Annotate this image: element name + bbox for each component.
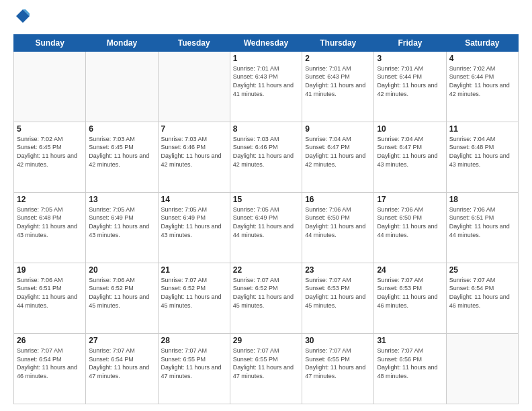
day-number: 15: [233, 195, 299, 204]
day-info: Sunrise: 7:06 AM Sunset: 6:50 PM Dayligh…: [377, 205, 443, 239]
day-cell: [446, 333, 518, 404]
day-info: Sunrise: 7:04 AM Sunset: 6:48 PM Dayligh…: [449, 135, 515, 169]
day-cell: 26Sunrise: 7:07 AM Sunset: 6:54 PM Dayli…: [14, 333, 86, 404]
day-info: Sunrise: 7:04 AM Sunset: 6:47 PM Dayligh…: [377, 135, 443, 169]
header: [13, 11, 519, 28]
day-cell: 15Sunrise: 7:05 AM Sunset: 6:49 PM Dayli…: [230, 192, 302, 263]
day-cell: 12Sunrise: 7:05 AM Sunset: 6:48 PM Dayli…: [14, 192, 86, 263]
day-info: Sunrise: 7:02 AM Sunset: 6:45 PM Dayligh…: [17, 135, 83, 169]
day-info: Sunrise: 7:07 AM Sunset: 6:54 PM Dayligh…: [89, 347, 154, 380]
weekday-header-monday: Monday: [86, 34, 158, 51]
logo: [13, 11, 31, 28]
day-cell: 1Sunrise: 7:01 AM Sunset: 6:43 PM Daylig…: [230, 51, 302, 122]
day-info: Sunrise: 7:03 AM Sunset: 6:45 PM Dayligh…: [89, 135, 154, 169]
day-number: 21: [161, 265, 227, 275]
day-cell: 4Sunrise: 7:02 AM Sunset: 6:44 PM Daylig…: [446, 51, 518, 122]
day-cell: 3Sunrise: 7:01 AM Sunset: 6:44 PM Daylig…: [374, 51, 446, 122]
day-number: 17: [377, 195, 443, 204]
weekday-header-thursday: Thursday: [302, 34, 374, 51]
week-row-4: 19Sunrise: 7:06 AM Sunset: 6:51 PM Dayli…: [14, 263, 519, 333]
weekday-header-wednesday: Wednesday: [230, 34, 302, 51]
day-cell: 17Sunrise: 7:06 AM Sunset: 6:50 PM Dayli…: [374, 192, 446, 263]
day-number: 14: [161, 195, 227, 204]
day-cell: 10Sunrise: 7:04 AM Sunset: 6:47 PM Dayli…: [374, 122, 446, 192]
day-info: Sunrise: 7:07 AM Sunset: 6:55 PM Dayligh…: [161, 347, 227, 380]
day-cell: 25Sunrise: 7:07 AM Sunset: 6:54 PM Dayli…: [446, 263, 518, 333]
day-cell: 29Sunrise: 7:07 AM Sunset: 6:55 PM Dayli…: [230, 333, 302, 404]
day-cell: 7Sunrise: 7:03 AM Sunset: 6:46 PM Daylig…: [158, 122, 230, 192]
week-row-2: 5Sunrise: 7:02 AM Sunset: 6:45 PM Daylig…: [14, 122, 519, 192]
day-number: 4: [449, 54, 515, 63]
day-number: 26: [17, 336, 83, 345]
day-cell: [158, 51, 230, 122]
day-cell: 5Sunrise: 7:02 AM Sunset: 6:45 PM Daylig…: [14, 122, 86, 192]
week-row-5: 26Sunrise: 7:07 AM Sunset: 6:54 PM Dayli…: [14, 333, 519, 404]
day-cell: 20Sunrise: 7:06 AM Sunset: 6:52 PM Dayli…: [86, 263, 158, 333]
day-info: Sunrise: 7:01 AM Sunset: 6:44 PM Dayligh…: [377, 64, 443, 98]
day-cell: 24Sunrise: 7:07 AM Sunset: 6:53 PM Dayli…: [374, 263, 446, 333]
day-number: 31: [377, 336, 443, 345]
day-info: Sunrise: 7:07 AM Sunset: 6:55 PM Dayligh…: [233, 347, 299, 380]
day-number: 24: [377, 265, 443, 275]
day-cell: 31Sunrise: 7:07 AM Sunset: 6:56 PM Dayli…: [374, 333, 446, 404]
week-row-3: 12Sunrise: 7:05 AM Sunset: 6:48 PM Dayli…: [14, 192, 519, 263]
day-info: Sunrise: 7:06 AM Sunset: 6:51 PM Dayligh…: [17, 276, 83, 310]
day-info: Sunrise: 7:03 AM Sunset: 6:46 PM Dayligh…: [161, 135, 227, 169]
day-number: 29: [233, 336, 299, 345]
day-number: 20: [89, 265, 154, 275]
day-number: 11: [449, 124, 515, 134]
day-info: Sunrise: 7:07 AM Sunset: 6:55 PM Dayligh…: [305, 347, 371, 380]
day-info: Sunrise: 7:06 AM Sunset: 6:50 PM Dayligh…: [305, 205, 371, 239]
day-cell: 21Sunrise: 7:07 AM Sunset: 6:52 PM Dayli…: [158, 263, 230, 333]
day-number: 25: [449, 265, 515, 275]
day-cell: 2Sunrise: 7:01 AM Sunset: 6:43 PM Daylig…: [302, 51, 374, 122]
logo-icon: [15, 8, 31, 24]
day-info: Sunrise: 7:05 AM Sunset: 6:49 PM Dayligh…: [233, 205, 299, 239]
day-info: Sunrise: 7:07 AM Sunset: 6:52 PM Dayligh…: [161, 276, 227, 310]
day-info: Sunrise: 7:06 AM Sunset: 6:51 PM Dayligh…: [449, 205, 515, 239]
day-number: 5: [17, 124, 83, 134]
page: SundayMondayTuesdayWednesdayThursdayFrid…: [0, 0, 532, 411]
day-cell: 6Sunrise: 7:03 AM Sunset: 6:45 PM Daylig…: [86, 122, 158, 192]
day-number: 2: [305, 54, 371, 63]
day-info: Sunrise: 7:07 AM Sunset: 6:53 PM Dayligh…: [377, 276, 443, 310]
day-info: Sunrise: 7:01 AM Sunset: 6:43 PM Dayligh…: [233, 64, 299, 98]
day-info: Sunrise: 7:05 AM Sunset: 6:49 PM Dayligh…: [89, 205, 154, 239]
day-number: 30: [305, 336, 371, 345]
day-info: Sunrise: 7:01 AM Sunset: 6:43 PM Dayligh…: [305, 64, 371, 98]
day-info: Sunrise: 7:03 AM Sunset: 6:46 PM Dayligh…: [233, 135, 299, 169]
day-number: 12: [17, 195, 83, 204]
day-number: 23: [305, 265, 371, 275]
day-cell: 27Sunrise: 7:07 AM Sunset: 6:54 PM Dayli…: [86, 333, 158, 404]
day-info: Sunrise: 7:05 AM Sunset: 6:49 PM Dayligh…: [161, 205, 227, 239]
day-number: 18: [449, 195, 515, 204]
day-cell: 14Sunrise: 7:05 AM Sunset: 6:49 PM Dayli…: [158, 192, 230, 263]
day-cell: 8Sunrise: 7:03 AM Sunset: 6:46 PM Daylig…: [230, 122, 302, 192]
day-info: Sunrise: 7:04 AM Sunset: 6:47 PM Dayligh…: [305, 135, 371, 169]
weekday-header-tuesday: Tuesday: [158, 34, 230, 51]
day-info: Sunrise: 7:06 AM Sunset: 6:52 PM Dayligh…: [89, 276, 154, 310]
day-info: Sunrise: 7:07 AM Sunset: 6:54 PM Dayligh…: [449, 276, 515, 310]
week-row-1: 1Sunrise: 7:01 AM Sunset: 6:43 PM Daylig…: [14, 51, 519, 122]
day-info: Sunrise: 7:07 AM Sunset: 6:56 PM Dayligh…: [377, 347, 443, 380]
day-number: 3: [377, 54, 443, 63]
day-info: Sunrise: 7:02 AM Sunset: 6:44 PM Dayligh…: [449, 64, 515, 98]
day-cell: 13Sunrise: 7:05 AM Sunset: 6:49 PM Dayli…: [86, 192, 158, 263]
day-info: Sunrise: 7:07 AM Sunset: 6:53 PM Dayligh…: [305, 276, 371, 310]
day-number: 27: [89, 336, 154, 345]
day-info: Sunrise: 7:05 AM Sunset: 6:48 PM Dayligh…: [17, 205, 83, 239]
day-cell: 18Sunrise: 7:06 AM Sunset: 6:51 PM Dayli…: [446, 192, 518, 263]
day-number: 9: [305, 124, 371, 134]
day-number: 6: [89, 124, 154, 134]
day-cell: 22Sunrise: 7:07 AM Sunset: 6:52 PM Dayli…: [230, 263, 302, 333]
day-cell: [14, 51, 86, 122]
weekday-header-friday: Friday: [374, 34, 446, 51]
day-cell: 9Sunrise: 7:04 AM Sunset: 6:47 PM Daylig…: [302, 122, 374, 192]
day-cell: [86, 51, 158, 122]
day-cell: 11Sunrise: 7:04 AM Sunset: 6:48 PM Dayli…: [446, 122, 518, 192]
day-info: Sunrise: 7:07 AM Sunset: 6:54 PM Dayligh…: [17, 347, 83, 380]
calendar-table: SundayMondayTuesdayWednesdayThursdayFrid…: [13, 34, 519, 404]
day-number: 19: [17, 265, 83, 275]
day-cell: 23Sunrise: 7:07 AM Sunset: 6:53 PM Dayli…: [302, 263, 374, 333]
day-cell: 16Sunrise: 7:06 AM Sunset: 6:50 PM Dayli…: [302, 192, 374, 263]
